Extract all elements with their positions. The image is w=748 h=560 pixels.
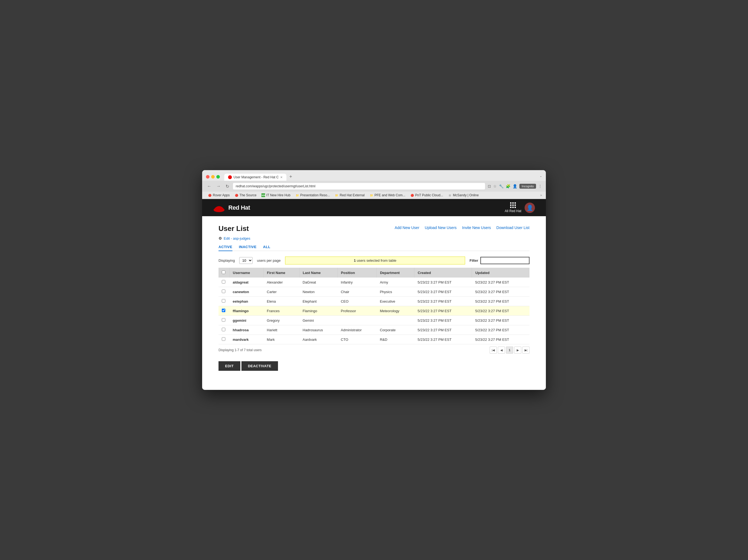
- per-page-select[interactable]: 10 25 50: [239, 257, 253, 264]
- row-checkbox[interactable]: [222, 318, 225, 322]
- tab-all[interactable]: ALL: [263, 245, 270, 250]
- incognito-btn[interactable]: Incognito: [519, 184, 536, 189]
- table-header: Username First Name Last Name Position D…: [218, 268, 530, 277]
- redhat-icon: 🔴: [235, 193, 238, 197]
- selected-text: users selected from table: [357, 259, 396, 263]
- menu-btn[interactable]: ⋮: [538, 184, 542, 188]
- profile-icon[interactable]: 👤: [513, 184, 517, 188]
- tab-bar: ● User Management - Red Hat C ✕ +: [224, 173, 537, 181]
- action-links: Add New User Upload New Users Invite New…: [395, 224, 530, 230]
- brand-name: Red Hat: [228, 204, 250, 211]
- cell-created: 5/23/22 3:27 PM EST: [414, 297, 472, 306]
- col-first-name: First Name: [263, 268, 299, 277]
- user-avatar[interactable]: 👤: [524, 202, 535, 213]
- cell-first-name: Gregory: [263, 316, 299, 325]
- window-controls: ⌄: [540, 174, 542, 179]
- download-user-list-link[interactable]: Download User List: [496, 225, 530, 230]
- more-bookmarks-btn[interactable]: »: [540, 193, 542, 197]
- edit-button[interactable]: EDIT: [218, 361, 240, 371]
- back-btn[interactable]: ←: [206, 183, 212, 189]
- close-window-btn[interactable]: [206, 175, 210, 178]
- bookmark-pnt[interactable]: 🔴 PnT Public Cloud...: [408, 193, 445, 198]
- title-bar: ● User Management - Red Hat C ✕ + ⌄: [202, 170, 546, 181]
- extension-icon: 🔧: [499, 184, 504, 188]
- bookmark-rover-apps[interactable]: 🔴 Rover Apps: [206, 193, 232, 198]
- cell-department: [376, 316, 414, 325]
- cell-updated: 5/23/22 3:27 PM EST: [472, 325, 530, 335]
- forward-btn[interactable]: →: [215, 183, 222, 189]
- row-checkbox[interactable]: [222, 299, 225, 302]
- maximize-window-btn[interactable]: [216, 175, 220, 178]
- first-page-btn[interactable]: |◀: [490, 346, 497, 354]
- cell-position: Administrator: [337, 325, 376, 335]
- all-red-hat-btn[interactable]: All Red Hat: [505, 202, 521, 213]
- settings-icon: ⚙: [218, 236, 222, 241]
- edit-group-link[interactable]: Edit - asp-judges: [224, 236, 251, 241]
- page-1-btn[interactable]: 1: [506, 346, 513, 354]
- prev-page-btn[interactable]: ◀: [498, 346, 505, 354]
- cell-position: Chair: [337, 287, 376, 297]
- tab-inactive[interactable]: INACTIVE: [239, 245, 257, 250]
- row-checkbox[interactable]: [222, 328, 225, 331]
- table-body: aldagreat Alexander DaGreat Infantry Arm…: [218, 277, 530, 344]
- cell-created: 5/23/22 3:27 PM EST: [414, 277, 472, 287]
- cell-last-name: Aardvark: [299, 335, 337, 344]
- select-all-checkbox[interactable]: [222, 270, 225, 274]
- row-checkbox[interactable]: [222, 280, 225, 284]
- cell-department: Executive: [376, 297, 414, 306]
- col-username: Username: [229, 268, 263, 277]
- cell-created: 5/23/22 3:27 PM EST: [414, 325, 472, 335]
- cell-last-name: Newton: [299, 287, 337, 297]
- invite-new-users-link[interactable]: Invite New Users: [462, 225, 491, 230]
- new-tab-btn[interactable]: +: [287, 173, 294, 181]
- bookmark-mcsandy[interactable]: ⊞ McSandy | Online: [446, 193, 481, 198]
- bookmark-the-source[interactable]: 🔴 The Source: [233, 193, 258, 198]
- cell-last-name: Gemini: [299, 316, 337, 325]
- row-checkbox[interactable]: [222, 337, 225, 341]
- deactivate-button[interactable]: DEACTIVATE: [241, 361, 278, 371]
- bookmark-it-new-hire[interactable]: new IT New Hire Hub: [259, 193, 292, 198]
- cell-department: Meteorology: [376, 306, 414, 316]
- cell-first-name: Carter: [263, 287, 299, 297]
- active-tab[interactable]: ● User Management - Red Hat C ✕: [224, 174, 286, 181]
- row-checkbox[interactable]: [222, 290, 225, 293]
- upload-new-users-link[interactable]: Upload New Users: [425, 225, 457, 230]
- cell-position: [337, 316, 376, 325]
- tab-active[interactable]: ACTIVE: [218, 245, 232, 251]
- filter-tabs: ACTIVE INACTIVE ALL: [218, 245, 530, 251]
- bookmark-icon[interactable]: ☆: [493, 184, 497, 188]
- total-label: Displaying 1-7 of 7 total users: [218, 348, 262, 352]
- displaying-label: Displaying: [218, 259, 235, 263]
- folder-icon: 📁: [370, 193, 373, 197]
- filter-label: Filter: [469, 259, 478, 263]
- address-input[interactable]: [233, 183, 485, 190]
- filter-input[interactable]: [481, 257, 530, 264]
- page-content: Red Hat All Red Hat 👤: [202, 199, 546, 390]
- table-row: eelephan Elena Elephant CEO Executive 5/…: [218, 297, 530, 306]
- row-checkbox-cell: [218, 287, 229, 297]
- user-table: Username First Name Last Name Position D…: [218, 268, 530, 344]
- tab-close-btn[interactable]: ✕: [280, 176, 283, 179]
- cell-created: 5/23/22 3:27 PM EST: [414, 335, 472, 344]
- selected-banner: 1 users selected from table: [285, 257, 465, 265]
- address-icons: ⊡ ☆ 🔧 🧩 👤 Incognito ⋮: [488, 184, 542, 189]
- filter-row: Filter: [469, 257, 530, 264]
- bookmark-redhat-external[interactable]: 📁 Red Hat External: [333, 193, 366, 198]
- rh-logo: Red Hat: [213, 203, 250, 213]
- extensions-btn[interactable]: 🧩: [506, 184, 510, 188]
- reload-btn[interactable]: ↻: [225, 183, 230, 190]
- cell-created: 5/23/22 3:27 PM EST: [414, 306, 472, 316]
- edit-link-row: ⚙ Edit - asp-judges: [218, 236, 530, 241]
- selected-count: 1: [354, 259, 356, 263]
- pagination: |◀ ◀ 1 ▶ ▶|: [490, 346, 530, 354]
- add-new-user-link[interactable]: Add New User: [395, 225, 419, 230]
- minimize-window-btn[interactable]: [211, 175, 215, 178]
- bookmark-presentation[interactable]: 📁 Presentation Reso...: [294, 193, 332, 198]
- cell-updated: 5/23/22 3:27 PM EST: [472, 316, 530, 325]
- folder-icon: 📁: [335, 193, 338, 197]
- next-page-btn[interactable]: ▶: [514, 346, 521, 354]
- row-checkbox[interactable]: [222, 309, 225, 312]
- select-all-header: [218, 268, 229, 277]
- last-page-btn[interactable]: ▶|: [522, 346, 530, 354]
- bookmark-pfe[interactable]: 📁 PFE and Web Com...: [368, 193, 407, 198]
